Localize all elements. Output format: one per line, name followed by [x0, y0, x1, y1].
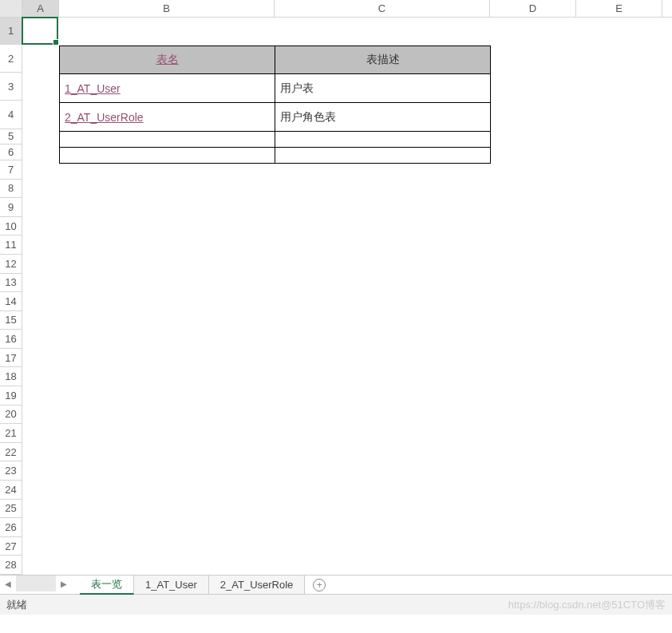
table-header-name[interactable]: 表名 — [60, 46, 275, 74]
row-header-10[interactable]: 10 — [0, 217, 22, 236]
table-row[interactable]: 2_AT_UserRole 用户角色表 — [60, 103, 491, 132]
sheet-tab[interactable]: 1_AT_User — [134, 576, 209, 594]
plus-icon: + — [313, 579, 326, 591]
row-header-21[interactable]: 21 — [0, 424, 22, 443]
column-header-b[interactable]: B — [59, 0, 275, 17]
column-header-e[interactable]: E — [576, 0, 662, 17]
row-header-22[interactable]: 22 — [0, 443, 22, 462]
status-ready: 就绪 — [6, 598, 27, 612]
sheet-area: 1234567891011121314151617181920212223242… — [0, 18, 672, 575]
sheet-tab[interactable]: 表一览 — [80, 576, 134, 595]
status-bar: 就绪 https://blog.csdn.net@51CTO博客 — [0, 594, 672, 615]
row-headers: 1234567891011121314151617181920212223242… — [0, 18, 22, 575]
table-link[interactable]: 1_AT_User — [65, 82, 121, 95]
sheet-tab[interactable]: 2_AT_UserRole — [209, 576, 306, 594]
table-row[interactable] — [60, 148, 491, 164]
row-header-11[interactable]: 11 — [0, 235, 22, 255]
row-header-23[interactable]: 23 — [0, 461, 22, 481]
row-header-5[interactable]: 5 — [0, 129, 22, 145]
row-header-1[interactable]: 1 — [0, 18, 22, 45]
row-header-2[interactable]: 2 — [0, 45, 22, 72]
table-cell-desc[interactable]: 用户表 — [275, 74, 491, 103]
row-header-6[interactable]: 6 — [0, 144, 22, 160]
data-table: 表名 表描述 1_AT_User 用户表 2_AT_UserRole 用户角色表 — [59, 45, 491, 164]
row-header-12[interactable]: 12 — [0, 255, 22, 274]
row-header-14[interactable]: 14 — [0, 292, 22, 311]
watermark-text: https://blog.csdn.net@51CTO博客 — [508, 598, 666, 612]
add-sheet-button[interactable]: + — [305, 576, 334, 594]
table-row[interactable]: 1_AT_User 用户表 — [60, 74, 491, 103]
table-row[interactable] — [60, 132, 491, 148]
row-header-18[interactable]: 18 — [0, 367, 22, 386]
row-header-15[interactable]: 15 — [0, 311, 22, 330]
row-header-24[interactable]: 24 — [0, 481, 22, 500]
row-header-16[interactable]: 16 — [0, 330, 22, 349]
column-headers: ABCDE — [0, 0, 672, 18]
row-header-8[interactable]: 8 — [0, 180, 22, 199]
row-header-17[interactable]: 17 — [0, 349, 22, 368]
row-header-7[interactable]: 7 — [0, 160, 22, 180]
row-header-27[interactable]: 27 — [0, 537, 22, 556]
scroll-right-icon[interactable]: ▶ — [56, 576, 72, 591]
scroll-left-icon[interactable]: ◀ — [0, 576, 16, 591]
scroll-track[interactable] — [16, 576, 56, 591]
row-header-26[interactable]: 26 — [0, 518, 22, 537]
select-all-corner[interactable] — [0, 0, 22, 17]
row-header-19[interactable]: 19 — [0, 386, 22, 406]
row-header-20[interactable]: 20 — [0, 406, 22, 425]
row-header-28[interactable]: 28 — [0, 556, 22, 575]
column-header-c[interactable]: C — [275, 0, 490, 17]
column-header-a[interactable]: A — [22, 0, 59, 17]
row-header-9[interactable]: 9 — [0, 198, 22, 217]
active-cell-a1 — [22, 17, 58, 45]
row-header-4[interactable]: 4 — [0, 101, 22, 129]
row-header-3[interactable]: 3 — [0, 73, 22, 101]
table-header-desc[interactable]: 表描述 — [275, 46, 491, 74]
row-header-25[interactable]: 25 — [0, 500, 22, 519]
row-header-13[interactable]: 13 — [0, 274, 22, 293]
header-link[interactable]: 表名 — [156, 53, 179, 65]
sheet-tabs-bar: ◀ ▶ 表一览1_AT_User2_AT_UserRole + — [0, 575, 672, 594]
cell-grid[interactable]: 表名 表描述 1_AT_User 用户表 2_AT_UserRole 用户角色表 — [22, 18, 672, 575]
table-cell-desc[interactable]: 用户角色表 — [275, 103, 491, 132]
column-header-d[interactable]: D — [490, 0, 576, 17]
table-link[interactable]: 2_AT_UserRole — [65, 111, 144, 124]
